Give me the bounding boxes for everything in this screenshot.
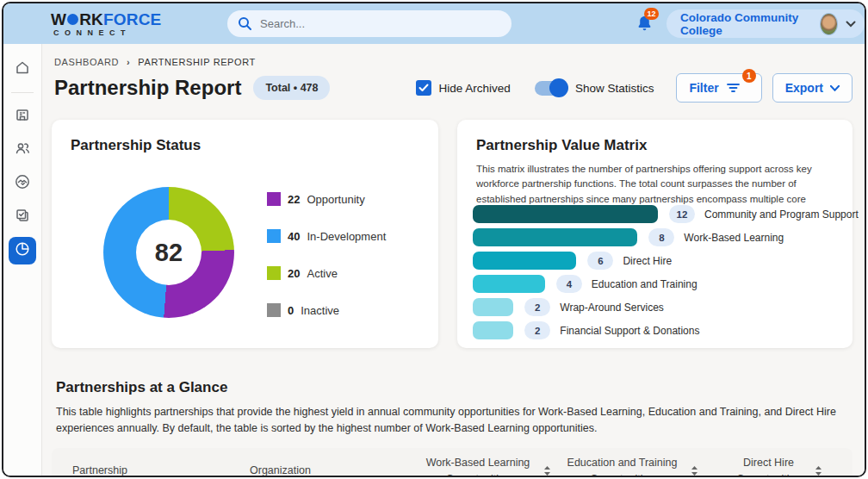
legend-swatch-icon xyxy=(267,266,281,280)
account-name: Colorado Community College xyxy=(680,11,812,37)
workforce-connect-logo: WRKFORCE CONNECT xyxy=(51,11,161,37)
global-search[interactable] xyxy=(227,10,512,37)
page-title: Partnership Report xyxy=(54,76,241,100)
column-header-education-and-training: Education and TrainingOpportunities xyxy=(560,455,706,476)
show-statistics-label: Show Statistics xyxy=(575,82,654,95)
filter-count-badge: 1 xyxy=(742,69,756,83)
logo-subtitle: CONNECT xyxy=(53,29,161,37)
bar-community-program-support xyxy=(473,205,658,223)
glance-section-title: Partnerships at a Glance xyxy=(42,348,865,396)
column-sublabel: Opportunities xyxy=(736,473,800,476)
legend-swatch-icon xyxy=(267,192,281,206)
partnership-status-card: Partnership Status 82 22 Opportunity 40 xyxy=(52,120,438,348)
matrix-bar-row[interactable]: 12 Community and Program Support xyxy=(473,205,837,223)
search-icon xyxy=(238,16,252,31)
total-count-badge: Total • 478 xyxy=(253,76,330,100)
matrix-card-title: Partnership Value Matrix xyxy=(457,120,852,154)
filter-funnel-icon xyxy=(726,82,741,94)
legend-swatch-icon xyxy=(267,229,281,243)
chevron-down-icon xyxy=(830,85,840,91)
status-legend: 22 Opportunity 40 In-Development 20 Acti… xyxy=(267,192,386,340)
glance-table-header: Partnership Organization Work-Based Lear… xyxy=(52,448,852,476)
show-statistics-toggle-group[interactable]: Show Statistics xyxy=(535,81,654,96)
sidebar-item-organizations[interactable] xyxy=(9,103,36,130)
partnership-value-matrix-card: Partnership Value Matrix This matrix ill… xyxy=(457,120,852,348)
matrix-bar-chart: 12 Community and Program Support 8 Work-… xyxy=(473,205,837,345)
legend-swatch-icon xyxy=(267,303,281,317)
main-content: DASHBOARD › PARTNERSHIP REPORT Partnersh… xyxy=(42,44,865,476)
page-title-row: Partnership Report Total • 478 Hide Arch… xyxy=(42,67,865,103)
sidebar-item-partnerships[interactable] xyxy=(9,170,36,197)
sort-icon[interactable] xyxy=(691,465,698,476)
logo-o-dot-icon xyxy=(67,14,78,25)
hide-archived-label: Hide Archived xyxy=(439,82,511,95)
hide-archived-checkbox-group[interactable]: Hide Archived xyxy=(416,80,511,96)
bar-financial-support-donations xyxy=(473,321,513,339)
notifications-bell[interactable]: 12 xyxy=(635,14,657,36)
export-button[interactable]: Export xyxy=(772,73,852,103)
column-sublabel: Opportunities xyxy=(590,473,654,476)
matrix-bar-row[interactable]: 2 Wrap-Around Services xyxy=(473,298,837,316)
toggle-on-icon[interactable] xyxy=(535,81,567,96)
breadcrumb: DASHBOARD › PARTNERSHIP REPORT xyxy=(42,44,865,67)
column-label: Direct Hire xyxy=(743,457,794,469)
column-label: Education and Training xyxy=(567,457,678,469)
bar-label: Community and Program Support xyxy=(704,208,859,221)
top-header-bar: WRKFORCE CONNECT 12 Colorado Community C… xyxy=(3,3,865,44)
account-menu[interactable]: Colorado Community College xyxy=(666,9,865,38)
legend-label: Active xyxy=(307,267,337,280)
column-header-organization: Organization xyxy=(250,463,418,476)
matrix-bar-row[interactable]: 6 Direct Hire xyxy=(473,252,837,270)
sidebar-item-people[interactable] xyxy=(9,136,36,164)
legend-item-inactive: 0 Inactive xyxy=(267,303,386,317)
bar-work-based-learning xyxy=(473,228,637,246)
checkbox-checked-icon[interactable] xyxy=(416,80,431,96)
column-header-partnership: Partnership xyxy=(52,463,250,476)
tasks-copy-check-icon xyxy=(14,207,31,227)
sort-icon[interactable] xyxy=(815,465,822,476)
chevron-down-icon xyxy=(846,21,856,28)
matrix-bar-row[interactable]: 8 Work-Based Learning xyxy=(473,228,837,246)
glance-section-description: This table highlights partnerships that … xyxy=(42,396,865,438)
breadcrumb-partnership-report: PARTNERSHIP REPORT xyxy=(138,57,256,67)
column-sublabel: Opportunities xyxy=(446,473,510,476)
sidebar-divider xyxy=(11,92,34,93)
column-label: Work-Based Learning xyxy=(426,457,530,469)
pie-chart-report-icon xyxy=(14,240,31,261)
breadcrumb-separator-icon: › xyxy=(127,57,130,67)
legend-value: 0 xyxy=(288,304,294,317)
matrix-bar-row[interactable]: 2 Financial Support & Donations xyxy=(473,321,837,339)
legend-item-active: 20 Active xyxy=(267,266,386,280)
matrix-bar-row[interactable]: 4 Education and Training xyxy=(473,275,837,293)
people-icon xyxy=(14,140,31,160)
legend-label: Opportunity xyxy=(307,193,364,206)
breadcrumb-dashboard[interactable]: DASHBOARD xyxy=(54,57,119,67)
logo-wordmark: WRKFORCE xyxy=(51,11,161,28)
legend-value: 22 xyxy=(288,193,300,206)
column-header-direct-hire: Direct HireOpportunities xyxy=(706,455,852,476)
column-label: Organization xyxy=(250,463,311,476)
logo-word-part: W xyxy=(51,11,66,28)
sidebar-item-reports[interactable] xyxy=(9,237,36,264)
column-header-work-based-learning: Work-Based LearningOpportunities xyxy=(418,455,560,476)
home-icon xyxy=(14,59,31,79)
sidebar-item-home[interactable] xyxy=(9,55,36,83)
filter-button-label: Filter xyxy=(689,81,718,95)
notification-count-badge: 12 xyxy=(644,8,659,20)
export-button-label: Export xyxy=(785,81,823,95)
bar-wrap-around-services xyxy=(473,298,513,316)
bar-count-badge: 12 xyxy=(669,205,695,223)
logo-word-part: RK xyxy=(79,11,103,28)
bar-label: Work-Based Learning xyxy=(684,232,784,244)
logo-word-force: FORCE xyxy=(103,11,162,28)
legend-item-opportunity: 22 Opportunity xyxy=(267,192,386,206)
sidebar-item-tasks[interactable] xyxy=(9,203,36,231)
toggle-knob xyxy=(549,78,568,97)
sort-icon[interactable] xyxy=(543,465,551,476)
filter-button[interactable]: Filter 1 xyxy=(676,73,761,103)
legend-label: Inactive xyxy=(301,304,339,317)
donut-chart[interactable]: 82 xyxy=(103,187,234,318)
search-input[interactable] xyxy=(260,17,501,30)
legend-value: 20 xyxy=(288,267,300,280)
legend-value: 40 xyxy=(288,230,300,243)
